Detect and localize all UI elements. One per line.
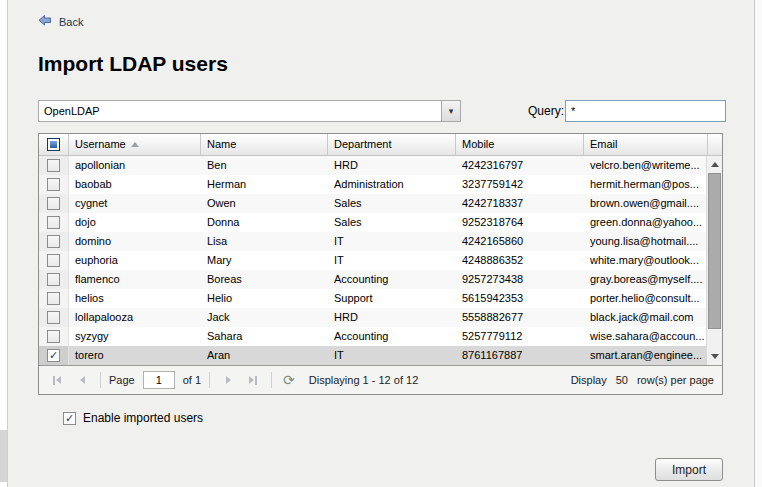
cell-mobile: 9257273438 (456, 270, 584, 289)
table-row[interactable]: flamencoBoreasAccounting9257273438gray.b… (39, 270, 722, 289)
table-row[interactable]: ✓toreroAranIT8761167887smart.aran@engine… (39, 346, 722, 365)
cell-name: Boreas (201, 270, 328, 289)
table-row[interactable]: heliosHelioSupport5615942353porter.helio… (39, 289, 722, 308)
cell-department: Administration (328, 175, 456, 194)
cell-name: Mary (201, 251, 328, 270)
cell-name: Helio (201, 289, 328, 308)
table-row[interactable]: euphoriaMaryIT4248886352white.mary@outlo… (39, 251, 722, 270)
cell-username: baobab (69, 175, 201, 194)
row-checkbox[interactable] (47, 292, 60, 305)
cell-department: HRD (328, 156, 456, 175)
row-checkbox-cell (39, 194, 69, 213)
cell-username: euphoria (69, 251, 201, 270)
cell-name: Owen (201, 194, 328, 213)
column-header-name[interactable]: Name (201, 134, 328, 155)
cell-mobile: 4242165860 (456, 232, 584, 251)
cell-department: IT (328, 251, 456, 270)
cell-name: Herman (201, 175, 328, 194)
directory-select[interactable]: OpenLDAP ▾ (38, 100, 461, 122)
select-all-checkbox[interactable] (47, 138, 60, 151)
scroll-down-icon[interactable] (707, 348, 722, 365)
cell-name: Donna (201, 213, 328, 232)
table-body: apollonianBenHRD4242316797velcro.ben@wri… (39, 156, 722, 365)
import-button[interactable]: Import (655, 458, 723, 481)
refresh-icon[interactable]: ⟳ (283, 373, 295, 387)
cell-username: helios (69, 289, 201, 308)
cell-department: Sales (328, 213, 456, 232)
cell-department: IT (328, 232, 456, 251)
row-checkbox-cell (39, 308, 69, 327)
pagination-bar: Page of 1 ⟳ Displaying 1 - 12 of 12 Disp… (39, 365, 722, 394)
next-page-button[interactable] (218, 370, 238, 390)
cell-username: apollonian (69, 156, 201, 175)
cell-username: domino (69, 232, 201, 251)
directory-select-value: OpenLDAP (39, 101, 441, 121)
displaying-status: Displaying 1 - 12 of 12 (309, 374, 418, 386)
scroll-up-icon[interactable] (707, 156, 722, 173)
query-label: Query: (528, 104, 564, 118)
cell-department: Accounting (328, 270, 456, 289)
column-header-mobile[interactable]: Mobile (456, 134, 584, 155)
page-size-control: Display 50 row(s) per page (571, 374, 714, 386)
row-checkbox-cell (39, 232, 69, 251)
table-row[interactable]: dominoLisaIT4242165860young.lisa@hotmail… (39, 232, 722, 251)
column-header-department[interactable]: Department (328, 134, 456, 155)
cell-name: Ben (201, 156, 328, 175)
display-label: Display (571, 374, 607, 386)
row-checkbox-cell (39, 251, 69, 270)
cell-email: white.mary@outlook... (584, 251, 708, 270)
table-header: Username Name Department Mobile Email (39, 134, 722, 156)
last-page-button[interactable] (243, 370, 263, 390)
table-row[interactable]: apollonianBenHRD4242316797velcro.ben@wri… (39, 156, 722, 175)
column-header-email[interactable]: Email (584, 134, 708, 155)
left-scrollbar-thumb[interactable] (0, 430, 7, 482)
row-checkbox-cell (39, 213, 69, 232)
cell-username: syzygy (69, 327, 201, 346)
prev-page-button[interactable] (72, 370, 92, 390)
row-checkbox[interactable] (47, 273, 60, 286)
left-edge-strip (0, 0, 8, 487)
cell-department: Sales (328, 194, 456, 213)
table-row[interactable]: syzygySaharaAccounting5257779112wise.sah… (39, 327, 722, 346)
row-checkbox[interactable] (47, 330, 60, 343)
page-label: Page (109, 374, 135, 386)
separator (209, 372, 210, 388)
table-row[interactable]: baobabHermanAdministration3237759142herm… (39, 175, 722, 194)
per-page-label: row(s) per page (637, 374, 714, 386)
chevron-down-icon[interactable]: ▾ (441, 101, 460, 121)
row-checkbox-cell (39, 289, 69, 308)
table-row[interactable]: cygnetOwenSales4242718337brown.owen@gmai… (39, 194, 722, 213)
cell-email: young.lisa@hotmail.... (584, 232, 708, 251)
row-checkbox[interactable] (47, 197, 60, 210)
enable-imported-users-checkbox[interactable]: ✓ (63, 412, 76, 425)
page-of-label: of 1 (183, 374, 201, 386)
cell-name: Aran (201, 346, 328, 365)
row-checkbox[interactable] (47, 178, 60, 191)
row-checkbox[interactable] (47, 216, 60, 229)
back-label: Back (59, 16, 83, 28)
scrollbar-thumb[interactable] (708, 173, 721, 329)
cell-username: torero (69, 346, 201, 365)
table-row[interactable]: dojoDonnaSales9252318764green.donna@yaho… (39, 213, 722, 232)
cell-name: Jack (201, 308, 328, 327)
cell-email: brown.owen@gmail.... (584, 194, 708, 213)
row-checkbox[interactable] (47, 311, 60, 324)
cell-name: Sahara (201, 327, 328, 346)
row-checkbox-cell: ✓ (39, 346, 69, 365)
query-input[interactable] (565, 100, 726, 122)
back-link[interactable]: Back (38, 13, 83, 31)
row-checkbox[interactable] (47, 235, 60, 248)
row-checkbox[interactable]: ✓ (47, 349, 60, 362)
back-arrow-icon (38, 13, 52, 31)
page-number-input[interactable] (143, 371, 175, 389)
table-row[interactable]: lollapaloozaJackHRD5558882677black.jack@… (39, 308, 722, 327)
row-checkbox[interactable] (47, 254, 60, 267)
row-checkbox[interactable] (47, 159, 60, 172)
enable-imported-users[interactable]: ✓ Enable imported users (63, 411, 203, 425)
cell-mobile: 3237759142 (456, 175, 584, 194)
page-size-value[interactable]: 50 (616, 374, 628, 386)
cell-email: green.donna@yahoo... (584, 213, 708, 232)
column-header-username[interactable]: Username (69, 134, 201, 155)
table-scrollbar[interactable] (706, 156, 722, 365)
first-page-button[interactable] (47, 370, 67, 390)
